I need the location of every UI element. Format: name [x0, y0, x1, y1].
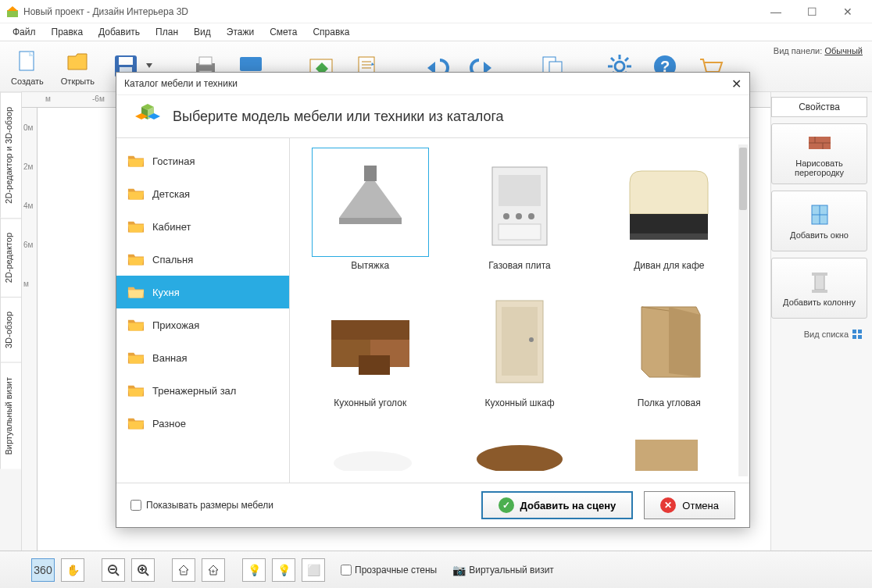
properties-panel: Свойства Нарисовать перегородку Добавить…	[770, 92, 872, 551]
svg-rect-90	[635, 440, 698, 471]
add-window-button[interactable]: Добавить окно	[771, 191, 867, 251]
category-Гостиная[interactable]: Гостиная	[116, 144, 289, 177]
more-button[interactable]: ⬜	[302, 558, 325, 582]
menu-file[interactable]: Файл	[5, 24, 44, 40]
panel-view-info: Вид панели: Обычный	[774, 46, 863, 55]
side-tab-virtual[interactable]: Виртуальный визит	[0, 362, 21, 469]
catalog-item-Газовая плита[interactable]: Газовая плита	[449, 148, 590, 271]
menu-edit[interactable]: Правка	[44, 24, 91, 40]
category-Разное[interactable]: Разное	[116, 407, 289, 440]
svg-marker-67	[339, 175, 402, 218]
light-off-button[interactable]: 💡	[242, 558, 266, 582]
svg-line-32	[625, 58, 628, 61]
catalog-dialog: Каталог мебели и техники ✕ Выберите моде…	[116, 72, 750, 528]
ruler-vertical: 0м 2м 4м 6м м	[22, 108, 38, 551]
category-Детская[interactable]: Детская	[116, 177, 289, 210]
zoom-in-button[interactable]	[131, 558, 155, 582]
svg-rect-69	[339, 218, 402, 224]
side-tab-combined[interactable]: 2D-редактор и 3D-обзор	[0, 92, 21, 218]
app-icon	[6, 5, 19, 18]
category-list: ГостинаяДетскаяКабинетСпальняКухняПрихож…	[116, 138, 290, 483]
dialog-title: Каталог мебели и техники	[124, 78, 238, 89]
new-button[interactable]: Создать	[8, 45, 47, 87]
titlebar: Новый проект - Дизайн Интерьера 3D — ☐ ✕	[0, 0, 872, 23]
svg-rect-49	[852, 335, 856, 339]
svg-rect-68	[364, 166, 377, 181]
virtual-visit-checkbox[interactable]: 📷Виртуальный визит	[452, 564, 554, 576]
svg-rect-9	[199, 57, 212, 65]
svg-point-74	[528, 213, 534, 219]
minimize-button[interactable]: —	[758, 0, 794, 23]
catalog-grid: ВытяжкаГазовая плитаДиван для кафеКухонн…	[299, 148, 740, 408]
menu-estimate[interactable]: Смета	[262, 24, 305, 40]
dialog-close-button[interactable]: ✕	[731, 77, 742, 91]
svg-point-89	[477, 445, 563, 471]
transparent-walls-checkbox[interactable]: Прозрачные стены	[341, 565, 437, 576]
svg-rect-0	[7, 10, 18, 17]
svg-rect-47	[852, 330, 856, 333]
category-Тренажерный зал[interactable]: Тренажерный зал	[116, 374, 289, 407]
catalog-grid-wrap: ВытяжкаГазовая плитаДиван для кафеКухонн…	[290, 138, 749, 483]
draw-partition-button[interactable]: Нарисовать перегородку	[771, 123, 867, 184]
side-tab-3d[interactable]: 3D-обзор	[0, 297, 21, 362]
statusbar: 360 ✋ − + 💡 💡 ⬜ Прозрачные стены 📷Виртуа…	[0, 551, 872, 588]
pan-button[interactable]: ✋	[61, 558, 84, 582]
menu-add[interactable]: Добавить	[91, 24, 148, 40]
catalog-item-Диван для кафе[interactable]: Диван для кафе	[599, 148, 740, 271]
light-on-button[interactable]: 💡	[272, 558, 295, 582]
svg-point-88	[334, 451, 412, 471]
svg-text:+: +	[211, 568, 215, 576]
menu-floors[interactable]: Этажи	[219, 24, 262, 40]
side-tabs: 2D-редактор и 3D-обзор 2D-редактор 3D-об…	[0, 92, 22, 551]
view-360-button[interactable]: 360	[31, 558, 55, 582]
category-Кухня[interactable]: Кухня	[116, 276, 289, 308]
dropdown-icon[interactable]	[146, 63, 152, 69]
catalog-scrollbar[interactable]	[738, 144, 748, 476]
svg-point-72	[503, 213, 509, 219]
cubes-icon	[132, 101, 163, 132]
zoom-out-button[interactable]	[102, 558, 125, 582]
properties-tab[interactable]: Свойства	[771, 97, 867, 117]
side-tab-2d[interactable]: 2D-редактор	[0, 218, 21, 297]
svg-marker-86	[669, 307, 700, 377]
catalog-item-partial	[326, 424, 420, 471]
svg-rect-11	[240, 57, 262, 71]
svg-rect-48	[858, 330, 862, 333]
svg-point-24	[615, 62, 624, 71]
close-button[interactable]: ✕	[830, 0, 866, 23]
add-to-scene-button[interactable]: ✓Добавить на сцену	[481, 491, 634, 519]
window-title: Новый проект - Дизайн Интерьера 3D	[23, 6, 758, 17]
menu-plan[interactable]: План	[148, 24, 186, 40]
menu-view[interactable]: Вид	[186, 24, 219, 40]
menubar: Файл Правка Добавить План Вид Этажи Смет…	[0, 23, 872, 41]
home-out-button[interactable]: −	[172, 558, 195, 582]
catalog-item-partial	[473, 424, 566, 471]
list-view-mode[interactable]: Вид списка	[771, 325, 867, 344]
home-in-button[interactable]: +	[202, 558, 225, 582]
svg-rect-71	[499, 175, 541, 206]
dialog-heading: Выберите модель мебели или техники из ка…	[173, 109, 504, 125]
catalog-item-Вытяжка[interactable]: Вытяжка	[299, 148, 441, 271]
open-button[interactable]: Открыть	[58, 45, 98, 87]
cancel-button[interactable]: ✕Отмена	[644, 491, 735, 519]
category-Ванная[interactable]: Ванная	[116, 341, 289, 374]
category-Прихожая[interactable]: Прихожая	[116, 308, 289, 341]
panel-view-link[interactable]: Обычный	[824, 46, 863, 55]
svg-rect-5	[119, 57, 133, 65]
svg-rect-50	[858, 335, 862, 339]
add-column-button[interactable]: Добавить колонну	[771, 258, 867, 319]
show-sizes-checkbox[interactable]: Показывать размеры мебели	[130, 500, 273, 511]
svg-rect-75	[499, 224, 541, 240]
dialog-titlebar: Каталог мебели и техники ✕	[116, 73, 749, 94]
svg-line-52	[116, 572, 119, 576]
catalog-item-Кухонный шкаф[interactable]: Кухонный шкаф	[449, 285, 590, 408]
svg-rect-76	[630, 214, 708, 233]
category-Спальня[interactable]: Спальня	[116, 243, 289, 276]
category-Кабинет[interactable]: Кабинет	[116, 210, 289, 243]
svg-rect-45	[812, 273, 827, 276]
catalog-item-Полка угловая[interactable]: Полка угловая	[599, 285, 740, 408]
menu-help[interactable]: Справка	[305, 24, 357, 40]
catalog-item-Кухонный уголок[interactable]: Кухонный уголок	[299, 285, 441, 408]
maximize-button[interactable]: ☐	[794, 0, 830, 23]
svg-rect-77	[630, 233, 708, 240]
